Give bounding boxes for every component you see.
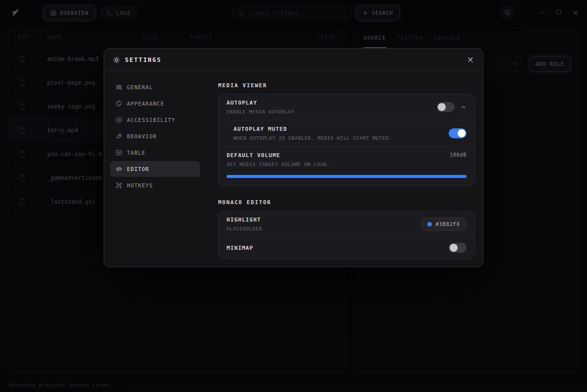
color-swatch	[427, 222, 432, 226]
settings-nav-label: BEHAVIOR	[127, 133, 157, 139]
settings-nav-general[interactable]: GENERAL	[110, 79, 200, 95]
settings-nav-editor[interactable]: EDITOR	[110, 161, 200, 177]
setting-title: AUTOPLAY MUTED	[234, 126, 392, 132]
setting-autoplay: AUTOPLAY ENABLE MEDIA AUTOPLAY.	[219, 94, 474, 120]
media-viewer-card: AUTOPLAY ENABLE MEDIA AUTOPLAY. AUTOPLAY…	[218, 94, 475, 186]
setting-minimap: MINIMAP	[219, 237, 474, 258]
autoplay-toggle[interactable]	[437, 102, 455, 112]
settings-modal-header: SETTINGS ×	[104, 49, 483, 71]
setting-description: WHEN AUTOPLAY IS ENABLED, MEDIA WILL STA…	[234, 135, 392, 141]
section-heading-media-viewer: MEDIA VIEWER	[218, 82, 475, 89]
setting-title: DEFAULT VOLUME	[227, 152, 330, 159]
settings-modal-title: SETTINGS	[125, 56, 162, 63]
sliders-icon	[115, 84, 122, 91]
setting-title: AUTOPLAY	[227, 100, 297, 106]
settings-nav-label: APPEARANCE	[127, 101, 164, 107]
setting-highlight: HIGHLIGHT PLACEHOLDER #3B82F6	[219, 211, 474, 237]
volume-value-label: 100dB	[450, 152, 467, 158]
setting-description: ENABLE MEDIA AUTOPLAY.	[227, 109, 297, 114]
setting-title: HIGHLIGHT	[227, 217, 262, 223]
settings-nav-appearance[interactable]: APPEARANCE	[110, 96, 200, 112]
settings-nav-label: EDITOR	[127, 166, 149, 172]
monaco-editor-card: HIGHLIGHT PLACEHOLDER #3B82F6 MINIMAP	[218, 211, 475, 259]
settings-nav-table[interactable]: TABLE	[110, 145, 200, 161]
code-icon	[115, 166, 122, 172]
settings-nav-label: ACCESSIBILITY	[127, 117, 176, 123]
settings-nav-label: TABLE	[127, 150, 146, 156]
setting-default-volume: DEFAULT VOLUME SET MEDIA TARGET VOLUME O…	[219, 146, 474, 186]
chevron-up-icon[interactable]	[461, 104, 467, 110]
gear-icon	[113, 56, 120, 63]
setting-title: MINIMAP	[227, 245, 253, 251]
setting-description: PLACEHOLDER	[227, 226, 262, 231]
setting-description: SET MEDIA TARGET VOLUME ON LOAD.	[227, 162, 330, 167]
command-icon	[115, 182, 122, 189]
settings-content: MEDIA VIEWER AUTOPLAY ENABLE MEDIA AUTOP…	[206, 71, 483, 267]
settings-nav-behavior[interactable]: BEHAVIOR	[110, 128, 200, 144]
settings-nav-label: GENERAL	[127, 84, 153, 90]
palette-icon	[115, 100, 122, 107]
volume-slider-fill	[227, 175, 467, 178]
section-heading-monaco-editor: MONACO EDITOR	[218, 199, 475, 206]
table-icon	[115, 149, 122, 156]
settings-nav-label: HOTKEYS	[127, 182, 153, 188]
autoplay-muted-toggle[interactable]	[449, 128, 467, 138]
settings-modal-body: GENERAL APPEARANCE ACCESSIBILITY	[104, 71, 483, 267]
accessibility-icon	[115, 116, 122, 123]
highlight-color-picker[interactable]: #3B82F6	[421, 218, 467, 231]
settings-nav-hotkeys[interactable]: HOTKEYS	[110, 177, 200, 193]
color-value: #3B82F6	[436, 222, 460, 227]
settings-nav: GENERAL APPEARANCE ACCESSIBILITY	[104, 71, 206, 267]
settings-modal: SETTINGS × GENERAL APPE	[104, 48, 483, 267]
close-icon[interactable]: ×	[467, 56, 474, 64]
setting-autoplay-muted: AUTOPLAY MUTED WHEN AUTOPLAY IS ENABLED,…	[219, 120, 474, 146]
minimap-toggle[interactable]	[449, 243, 467, 253]
volume-slider[interactable]	[227, 175, 467, 178]
settings-nav-accessibility[interactable]: ACCESSIBILITY	[110, 112, 200, 128]
rocket-icon	[115, 133, 122, 140]
